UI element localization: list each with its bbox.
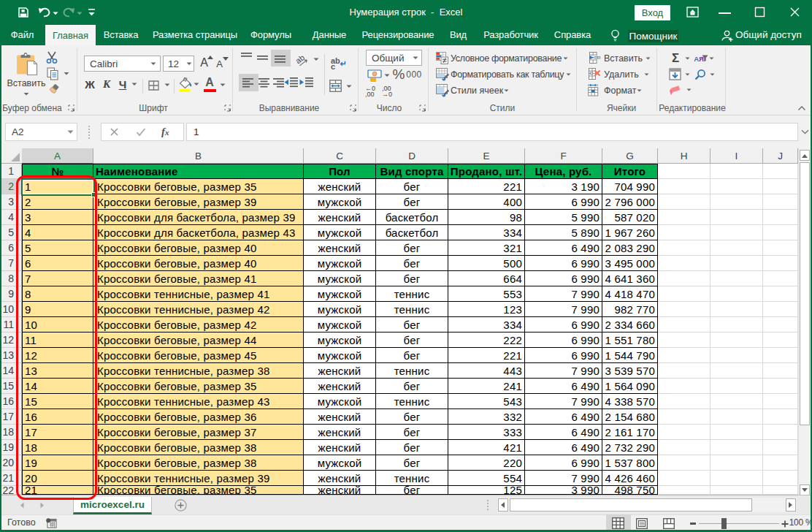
svg-text:ab: ab	[295, 53, 306, 65]
